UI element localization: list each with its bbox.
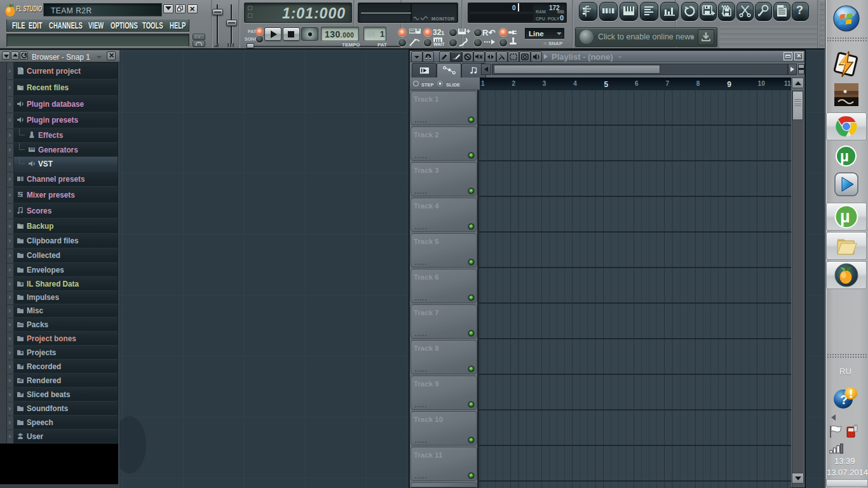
svg-text:µ: µ: [840, 147, 849, 165]
svg-text:µ: µ: [840, 207, 850, 226]
